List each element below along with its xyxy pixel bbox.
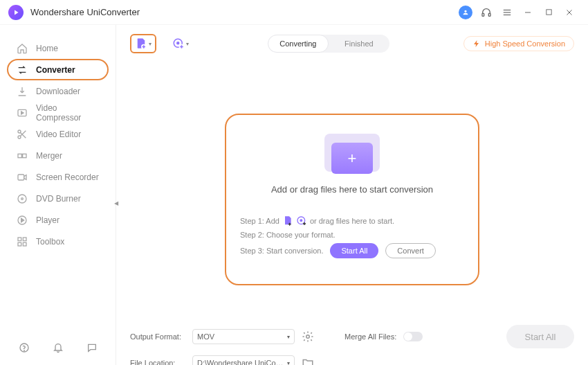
output-format-label: Output Format:: [130, 332, 185, 341]
sidebar-item-label: Toolbox: [36, 237, 64, 247]
maximize-button[interactable]: [541, 5, 556, 20]
svg-point-34: [306, 335, 310, 339]
headset-icon[interactable]: [479, 5, 494, 20]
close-button[interactable]: [562, 5, 577, 20]
play-icon: [17, 215, 28, 226]
app-title: Wondershare UniConverter: [30, 7, 140, 17]
svg-rect-22: [18, 238, 21, 241]
sidebar-item-home[interactable]: Home: [0, 37, 116, 59]
sidebar-item-label: Home: [36, 44, 58, 53]
tab-finished[interactable]: Finished: [329, 35, 389, 53]
minimize-button[interactable]: [520, 5, 535, 20]
sidebar-item-downloader[interactable]: Downloader: [0, 80, 116, 102]
titlebar: Wondershare UniConverter: [0, 0, 588, 25]
chevron-down-icon: ▾: [287, 360, 290, 366]
main: Home Converter Downloader Video Compress…: [0, 25, 588, 365]
convert-button[interactable]: Convert: [385, 243, 436, 258]
svg-rect-15: [18, 154, 21, 157]
record-icon: [17, 172, 28, 183]
svg-rect-17: [18, 175, 24, 180]
svg-point-12: [18, 136, 21, 139]
start-all-button[interactable]: Start All: [330, 243, 378, 258]
disc-icon: [17, 193, 28, 204]
settings-icon[interactable]: [302, 330, 314, 343]
step-2: Step 2: Choose your format.: [240, 231, 464, 239]
converter-icon: [17, 64, 28, 75]
add-file-button[interactable]: ▾: [130, 34, 156, 53]
chevron-down-icon: ▾: [186, 41, 189, 47]
compress-icon: [17, 107, 28, 118]
scissors-icon: [17, 129, 28, 140]
svg-point-27: [24, 350, 24, 351]
svg-point-11: [18, 130, 21, 133]
chevron-down-icon: ▾: [287, 334, 290, 340]
sidebar-item-label: Player: [36, 215, 59, 225]
svg-rect-16: [23, 154, 26, 157]
folder-plus-icon: +: [318, 130, 387, 179]
sidebar-item-editor[interactable]: Video Editor: [0, 123, 116, 145]
svg-marker-10: [21, 112, 24, 114]
tab-converting[interactable]: Converting: [268, 35, 329, 53]
bell-icon[interactable]: [50, 340, 65, 355]
toolbar: ▾ ▾ Converting Finished High Speed Conve…: [126, 29, 578, 58]
start-all-main-button[interactable]: Start All: [506, 325, 574, 348]
sidebar-item-converter[interactable]: Converter: [7, 59, 109, 80]
bolt-icon: [472, 39, 481, 48]
sidebar-item-dvd[interactable]: DVD Burner: [0, 188, 116, 209]
grid-icon: [17, 236, 28, 247]
svg-rect-24: [18, 242, 21, 246]
download-icon: [17, 86, 28, 97]
sidebar: Home Converter Downloader Video Compress…: [0, 25, 116, 365]
tabs: Converting Finished: [268, 35, 389, 53]
file-plus-icon: [282, 215, 293, 226]
folder-icon[interactable]: [302, 357, 314, 365]
merge-files-label: Merge All Files:: [344, 332, 396, 341]
svg-point-33: [300, 220, 302, 222]
drop-text: Add or drag files here to start conversi…: [237, 184, 467, 195]
file-location-label: File Location:: [130, 359, 185, 365]
svg-point-18: [18, 195, 26, 203]
help-icon[interactable]: [17, 340, 31, 355]
sidebar-item-recorder[interactable]: Screen Recorder: [0, 166, 116, 188]
sidebar-item-merger[interactable]: Merger: [0, 145, 116, 166]
merge-files-toggle[interactable]: [403, 332, 423, 341]
sidebar-item-label: DVD Burner: [36, 194, 81, 204]
svg-rect-23: [23, 238, 26, 241]
drop-zone[interactable]: + Add or drag files here to start conver…: [225, 114, 479, 285]
steps: Step 1: Add or drag files here to start.…: [237, 215, 467, 258]
content: ▾ ▾ Converting Finished High Speed Conve…: [116, 25, 588, 365]
svg-rect-25: [23, 242, 26, 246]
svg-point-19: [21, 197, 24, 199]
sidebar-item-toolbox[interactable]: Toolbox: [0, 231, 116, 252]
output-format-select[interactable]: MOV ▾: [192, 329, 295, 344]
sidebar-item-label: Converter: [36, 65, 75, 75]
svg-rect-1: [488, 13, 490, 16]
merge-icon: [17, 150, 28, 161]
chevron-down-icon: ▾: [149, 41, 151, 47]
sidebar-collapse-button[interactable]: ◀: [111, 195, 121, 211]
file-location-select[interactable]: D:\Wondershare UniConverter ▾: [192, 355, 295, 365]
sidebar-item-player[interactable]: Player: [0, 209, 116, 231]
sidebar-item-label: Screen Recorder: [36, 172, 99, 182]
bottom-bar: Output Format: MOV ▾ Merge All Files: St…: [126, 321, 578, 365]
sidebar-item-label: Downloader: [36, 87, 80, 96]
menu-icon[interactable]: [499, 5, 515, 20]
add-disc-button[interactable]: ▾: [167, 34, 194, 53]
chat-icon[interactable]: [84, 340, 99, 355]
panel: ▾ ▾ Converting Finished High Speed Conve…: [126, 29, 578, 321]
svg-rect-0: [482, 13, 484, 16]
user-avatar[interactable]: [458, 5, 473, 20]
disc-plus-icon: [296, 215, 307, 226]
step-1: Step 1: Add or drag files here to start.: [240, 215, 464, 226]
step-3: Step 3: Start conversion. Start All Conv…: [240, 243, 464, 258]
sidebar-item-label: Video Editor: [36, 130, 81, 139]
home-icon: [17, 43, 28, 54]
svg-marker-21: [21, 218, 24, 222]
sidebar-item-label: Merger: [36, 151, 62, 161]
high-speed-conversion-button[interactable]: High Speed Conversion: [463, 36, 574, 51]
sidebar-item-label: Video Compressor: [36, 103, 104, 123]
svg-point-30: [177, 42, 179, 44]
sidebar-item-compressor[interactable]: Video Compressor: [0, 102, 116, 123]
app-logo: [8, 5, 24, 20]
svg-rect-6: [546, 10, 551, 15]
